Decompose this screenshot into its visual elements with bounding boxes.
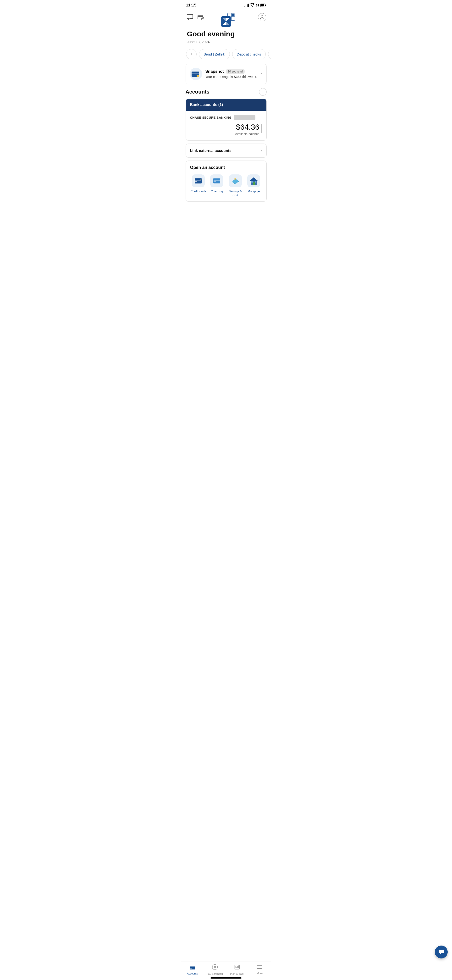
svg-rect-21	[192, 76, 194, 76]
deposit-checks-button[interactable]: Deposit checks	[232, 49, 266, 59]
wifi-icon	[250, 3, 254, 7]
credit-cards-label: Credit cards	[190, 190, 206, 194]
svg-rect-45	[253, 181, 255, 185]
open-account-credit-cards[interactable]: Credit cards	[190, 174, 207, 197]
pay-bills-button[interactable]: Pay bills	[268, 49, 271, 59]
snapshot-card[interactable]: Snapshot 30 sec read Your card usage is …	[186, 64, 266, 84]
snapshot-chevron-icon: ›	[261, 72, 263, 76]
svg-rect-44	[255, 181, 256, 183]
balance-info: $64.36 Available balance	[235, 123, 260, 136]
bank-accounts-header-text: Bank accounts (1)	[190, 103, 223, 107]
accounts-section: Accounts ··· Bank accounts (1) CHASE SEC…	[181, 88, 271, 202]
bank-account-row[interactable]: CHASE SECURE BANKING $64.36 Available ba…	[186, 111, 266, 140]
send-zelle-button[interactable]: Send | Zelle®	[199, 49, 230, 59]
open-account-mortgage[interactable]: Mortgage	[245, 174, 262, 197]
svg-rect-25	[195, 180, 201, 181]
message-icon[interactable]	[186, 13, 194, 21]
svg-rect-19	[192, 73, 199, 74]
svg-rect-1	[260, 4, 264, 6]
status-icons: 37	[244, 3, 266, 7]
greeting-date: June 13, 2024	[187, 40, 265, 44]
svg-rect-28	[213, 178, 220, 183]
mortgage-label: Mortgage	[248, 190, 260, 194]
bank-account-name: CHASE SECURE BANKING	[190, 116, 232, 119]
svg-rect-29	[214, 180, 220, 181]
greeting-title: Good evening	[187, 30, 265, 38]
snapshot-description: Your card usage is $388 this week.	[205, 75, 258, 79]
svg-point-22	[197, 75, 199, 77]
battery-icon: 37	[256, 3, 266, 7]
snapshot-content: Snapshot 30 sec read Your card usage is …	[205, 69, 258, 79]
greeting-section: Good evening June 13, 2024	[181, 26, 271, 46]
credit-cards-icon	[192, 174, 205, 187]
checking-label: Checking	[211, 190, 223, 194]
svg-rect-26	[195, 181, 197, 182]
add-card-icon[interactable]	[197, 13, 205, 21]
bank-accounts-card: Bank accounts (1) CHASE SECURE BANKING $…	[186, 99, 266, 141]
accounts-more-button[interactable]: ···	[259, 88, 266, 96]
svg-rect-20	[192, 75, 195, 75]
svg-rect-36	[234, 183, 235, 184]
savings-icon: $	[229, 174, 242, 187]
svg-rect-2	[265, 5, 266, 6]
svg-rect-37	[236, 183, 236, 184]
link-external-chevron-icon: ›	[261, 148, 262, 153]
svg-rect-43	[251, 181, 253, 183]
checking-icon	[210, 174, 223, 187]
snapshot-amount: $388	[234, 75, 241, 79]
svg-marker-40	[250, 177, 258, 181]
account-number-redacted	[234, 115, 255, 120]
bottom-spacer	[181, 207, 271, 227]
svg-rect-24	[195, 178, 202, 183]
open-account-grid: Credit cards Checking	[190, 174, 262, 197]
profile-icon[interactable]	[258, 13, 266, 21]
open-account-card: Open an account Credit cards	[186, 161, 266, 202]
svg-point-17	[261, 16, 263, 18]
open-account-title: Open an account	[190, 165, 262, 170]
signal-icon	[244, 3, 249, 7]
balance-amount: $64.36	[235, 123, 260, 132]
bank-accounts-card-header: Bank accounts (1)	[186, 99, 266, 111]
add-button[interactable]: +	[186, 49, 197, 59]
status-bar: 11:15 37	[181, 0, 271, 10]
snapshot-icon	[190, 68, 202, 80]
svg-point-35	[236, 181, 236, 181]
snapshot-badge: 30 sec read	[226, 69, 245, 74]
accounts-header: Accounts ···	[186, 88, 266, 96]
header-left-icons	[186, 13, 205, 21]
svg-rect-14	[232, 17, 235, 20]
quick-actions-bar: + Send | Zelle® Deposit checks Pay bills	[181, 46, 271, 63]
accounts-section-title: Accounts	[186, 89, 209, 95]
link-external-button[interactable]: Link external accounts ›	[186, 143, 266, 158]
status-time: 11:15	[186, 3, 196, 8]
balance-divider	[262, 124, 262, 133]
balance-label: Available balance	[235, 132, 260, 136]
snapshot-title: Snapshot	[205, 69, 224, 74]
link-external-text: Link external accounts	[190, 149, 232, 153]
svg-rect-12	[232, 13, 235, 16]
savings-label: Savings & CDs	[227, 190, 243, 197]
chase-logo-svg	[221, 16, 231, 27]
mortgage-icon	[247, 174, 260, 187]
open-account-checking[interactable]: Checking	[209, 174, 225, 197]
open-account-savings[interactable]: $ Savings & CDs	[227, 174, 243, 197]
